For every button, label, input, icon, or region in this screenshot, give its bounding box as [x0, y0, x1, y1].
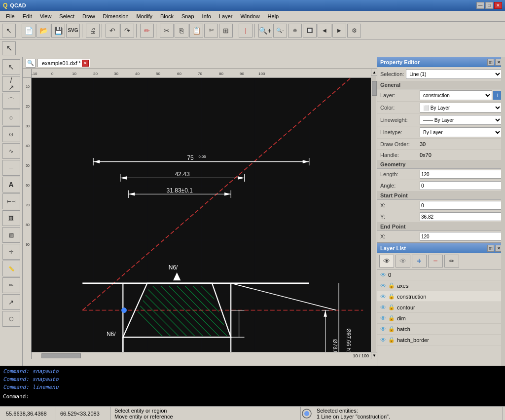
tool-zoom-in[interactable]: 🔍+: [258, 24, 272, 38]
layer-item-hatch[interactable]: 👁 🔒 hatch: [377, 324, 505, 335]
cmd-input-row: [3, 401, 502, 406]
layer-list-float[interactable]: ◫: [487, 245, 494, 252]
lt-ellipse[interactable]: ⊙: [2, 126, 20, 142]
menu-window[interactable]: Window: [236, 12, 263, 20]
start-y-input[interactable]: [420, 212, 502, 221]
lt-text[interactable]: A: [2, 177, 20, 192]
layer-item-construction[interactable]: 👁 🔒 construction: [377, 291, 505, 302]
tool-copy[interactable]: ⎘: [175, 24, 188, 38]
tool-zoom-window[interactable]: 🔲: [303, 24, 317, 38]
menu-block[interactable]: Block: [156, 12, 178, 20]
menu-view[interactable]: View: [36, 12, 56, 20]
tool-save[interactable]: 💾: [51, 24, 65, 38]
lineweight-select[interactable]: —— By Layer: [420, 115, 502, 125]
menu-draw[interactable]: Draw: [78, 12, 99, 20]
canvas-tab-label[interactable]: example01.dxf * ✕: [37, 59, 90, 67]
drawing-area[interactable]: 75 0.05 42.43: [32, 78, 371, 359]
lt-line-h[interactable]: —: [2, 160, 20, 176]
vscroll-up[interactable]: ▲: [371, 69, 377, 76]
selection-select[interactable]: Line (1): [406, 69, 502, 79]
vscroll-thumb[interactable]: [372, 81, 377, 96]
menu-dimension[interactable]: Dimension: [99, 12, 133, 20]
hscroll-thumb[interactable]: [41, 353, 81, 358]
menu-edit[interactable]: Edit: [19, 12, 36, 20]
angle-input[interactable]: [420, 181, 502, 190]
canvas-container: 🔍 example01.dxf * ✕ -10 0 10 20 30: [23, 57, 377, 366]
right-panel-scroll[interactable]: [501, 57, 505, 366]
menu-help[interactable]: Help: [264, 12, 283, 20]
lt-snap[interactable]: ✛: [2, 244, 20, 260]
tool-color[interactable]: ✏: [140, 24, 154, 38]
start-x-input[interactable]: [420, 201, 502, 210]
lt-image[interactable]: 🖼: [2, 210, 20, 226]
tool-undo[interactable]: ↶: [106, 24, 119, 38]
layer-item-axes[interactable]: 👁 🔒 axes: [377, 280, 505, 291]
canvas-tab-close[interactable]: ✕: [82, 60, 89, 67]
menu-modify[interactable]: Modify: [133, 12, 156, 20]
property-editor-float[interactable]: ◫: [487, 59, 494, 66]
tab-search[interactable]: 🔍: [26, 59, 36, 68]
minimize-button[interactable]: —: [476, 2, 484, 9]
lt-pointer2[interactable]: ↗: [2, 294, 20, 310]
menu-select[interactable]: Select: [55, 12, 78, 20]
tool-new[interactable]: 📄: [22, 24, 36, 38]
cmd-line-2: Command: snapauto: [3, 376, 502, 383]
tool-line-color[interactable]: |: [239, 24, 252, 38]
end-x-input[interactable]: [420, 232, 502, 241]
sep6: [235, 24, 237, 38]
linetype-select[interactable]: By Layer: [420, 127, 502, 137]
layer-list-header: Layer List ◫ ✕: [377, 243, 505, 253]
layer-item-contour[interactable]: 👁 🔒 contour: [377, 302, 505, 313]
layer-eye-contour: 👁: [380, 304, 386, 311]
tool-paste[interactable]: 📋: [189, 24, 203, 38]
lt-hatch[interactable]: ▨: [2, 227, 20, 243]
color-select[interactable]: ⬜ By Layer: [420, 103, 502, 113]
menu-layer[interactable]: Layer: [215, 12, 237, 20]
tool-zoom-prev[interactable]: ◀: [318, 24, 331, 38]
tool-zoom-out[interactable]: 🔍-: [273, 24, 287, 38]
handle-value: 0x70: [420, 152, 432, 158]
vscroll-down[interactable]: ▼: [371, 352, 377, 359]
close-button[interactable]: ✕: [494, 2, 502, 9]
layer-edit-btn[interactable]: ✏: [444, 255, 459, 267]
tool-pointer[interactable]: ↖: [2, 24, 16, 38]
tool-save2[interactable]: SVG: [66, 24, 80, 38]
layer-select[interactable]: construction: [420, 90, 492, 100]
canvas-vscroll[interactable]: ▲ ▼: [371, 69, 377, 359]
lt-curve[interactable]: ∿: [2, 143, 20, 159]
tool-open[interactable]: 📂: [36, 24, 50, 38]
svg-text:60: 60: [177, 72, 181, 76]
svg-text:30: 30: [114, 72, 118, 76]
menu-info[interactable]: Info: [198, 12, 215, 20]
layer-hide-btn[interactable]: 👁: [396, 255, 410, 267]
cmd-input[interactable]: [3, 401, 502, 406]
lt-select[interactable]: ↖: [2, 59, 20, 75]
svg-text:90: 90: [26, 243, 30, 246]
lt-circle[interactable]: ○: [2, 110, 20, 125]
tool-zoom-next[interactable]: ▶: [332, 24, 346, 38]
tool-zoom-full[interactable]: ⊕: [288, 24, 302, 38]
tool-print[interactable]: 🖨: [86, 24, 100, 38]
menu-snap[interactable]: Snap: [178, 12, 198, 20]
tool-select-arrow[interactable]: ↖: [2, 41, 16, 55]
maximize-button[interactable]: □: [485, 2, 493, 9]
tool-redo[interactable]: ↷: [120, 24, 134, 38]
tool-paste2[interactable]: ⊞: [219, 24, 233, 38]
layer-remove-btn[interactable]: −: [428, 255, 443, 267]
tool-cut2[interactable]: ✄: [204, 24, 218, 38]
layer-show-btn[interactable]: 👁: [379, 255, 394, 267]
menu-file[interactable]: File: [2, 12, 19, 20]
lt-3d[interactable]: ⬡: [2, 311, 20, 327]
tool-settings[interactable]: ⚙: [347, 24, 361, 38]
layer-add-btn[interactable]: +: [412, 255, 427, 267]
lt-edit[interactable]: ✏: [2, 277, 20, 293]
lt-arc[interactable]: ⌒: [2, 93, 20, 109]
tool-cut[interactable]: ✂: [160, 24, 174, 38]
layer-item-dim[interactable]: 👁 🔒 dim: [377, 313, 505, 324]
length-input[interactable]: [420, 170, 502, 179]
lt-dim[interactable]: ⊢⊣: [2, 193, 20, 209]
lt-line[interactable]: / ↗: [2, 76, 20, 92]
lt-ruler[interactable]: 📏: [2, 261, 20, 276]
layer-item-hatch-border[interactable]: 👁 🔒 hatch_border: [377, 335, 505, 345]
layer-item-0[interactable]: 👁 0: [377, 269, 505, 280]
